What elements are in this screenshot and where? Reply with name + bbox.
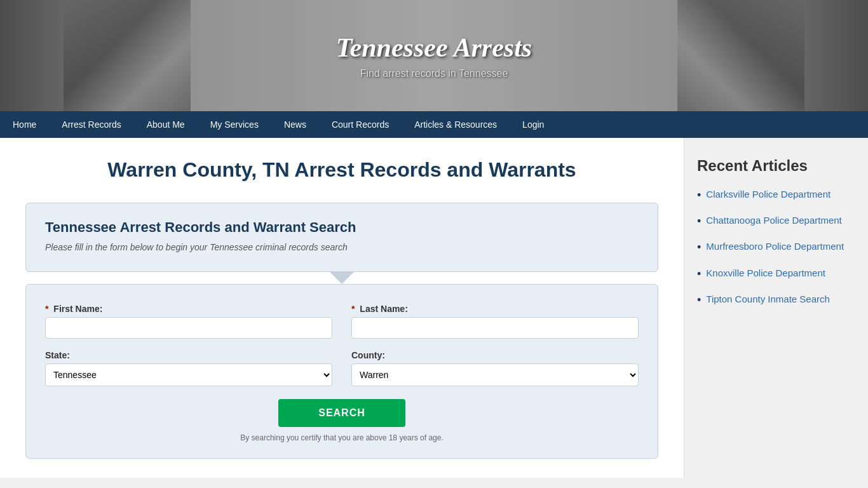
first-name-group: * First Name: — [45, 304, 332, 339]
sidebar-link-clarksville[interactable]: Clarksville Police Department — [706, 187, 831, 201]
required-star-last: * — [351, 304, 355, 314]
main-layout: Warren County, TN Arrest Records and War… — [0, 138, 868, 478]
nav-item-home[interactable]: Home — [0, 111, 49, 138]
nav-item-about-me[interactable]: About Me — [134, 111, 198, 138]
sidebar: Recent Articles • Clarksville Police Dep… — [684, 138, 868, 478]
last-name-input[interactable] — [351, 317, 639, 339]
page-title: Warren County, TN Arrest Records and War… — [25, 157, 658, 184]
county-select[interactable]: Warren — [351, 363, 639, 386]
sidebar-link-tipton[interactable]: Tipton County Inmate Search — [706, 292, 830, 306]
list-item: • Chattanooga Police Department — [697, 214, 855, 229]
sidebar-link-knoxville[interactable]: Knoxville Police Department — [706, 266, 825, 280]
state-select[interactable]: Tennessee — [45, 363, 332, 386]
bullet-icon: • — [697, 187, 701, 203]
bullet-icon: • — [697, 240, 701, 255]
site-subtitle: Find arrest records in Tennessee — [336, 68, 532, 79]
search-box-subtitle: Please fill in the form below to begin y… — [45, 242, 639, 252]
last-name-group: * Last Name: — [351, 304, 639, 339]
search-box-title: Tennessee Arrest Records and Warrant Sea… — [45, 219, 639, 236]
nav-item-news[interactable]: News — [271, 111, 319, 138]
nav-item-arrest-records[interactable]: Arrest Records — [49, 111, 133, 138]
list-item: • Tipton County Inmate Search — [697, 292, 855, 308]
content-area: Warren County, TN Arrest Records and War… — [0, 138, 684, 478]
header-image-left — [64, 0, 191, 111]
first-name-label: * First Name: — [45, 304, 332, 314]
chevron-down-icon — [329, 271, 355, 284]
sidebar-link-murfreesboro[interactable]: Murfreesboro Police Department — [706, 240, 844, 253]
nav-item-login[interactable]: Login — [510, 111, 557, 138]
sidebar-title: Recent Articles — [697, 157, 855, 175]
header-image-right — [677, 0, 804, 111]
last-name-label: * Last Name: — [351, 304, 639, 314]
name-fields-row: * First Name: * Last Name: — [45, 304, 639, 339]
header-content: Tennessee Arrests Find arrest records in… — [336, 32, 532, 79]
site-title: Tennessee Arrests — [336, 32, 532, 63]
list-item: • Knoxville Police Department — [697, 266, 855, 282]
location-fields-row: State: Tennessee County: Warren — [45, 350, 639, 386]
bullet-icon: • — [697, 292, 701, 308]
bullet-icon: • — [697, 214, 701, 229]
search-form-area: * First Name: * Last Name: State: — [25, 284, 658, 459]
recent-articles-list: • Clarksville Police Department • Chatta… — [697, 187, 855, 308]
required-star-first: * — [45, 304, 48, 314]
list-item: • Murfreesboro Police Department — [697, 240, 855, 255]
bullet-icon: • — [697, 266, 701, 282]
nav-item-my-services[interactable]: My Services — [198, 111, 271, 138]
site-header: Tennessee Arrests Find arrest records in… — [0, 0, 868, 111]
nav-item-articles-resources[interactable]: Articles & Resources — [402, 111, 510, 138]
search-box-header: Tennessee Arrest Records and Warrant Sea… — [25, 203, 658, 272]
state-label: State: — [45, 350, 332, 360]
county-group: County: Warren — [351, 350, 639, 386]
county-label: County: — [351, 350, 639, 360]
nav-item-court-records[interactable]: Court Records — [319, 111, 402, 138]
main-nav: Home Arrest Records About Me My Services… — [0, 111, 868, 138]
list-item: • Clarksville Police Department — [697, 187, 855, 203]
form-disclaimer: By searching you certify that you are ab… — [45, 433, 639, 442]
search-button[interactable]: SEARCH — [278, 399, 405, 427]
first-name-input[interactable] — [45, 317, 332, 339]
state-group: State: Tennessee — [45, 350, 332, 386]
sidebar-link-chattanooga[interactable]: Chattanooga Police Department — [706, 214, 841, 227]
chevron-separator — [25, 271, 658, 284]
